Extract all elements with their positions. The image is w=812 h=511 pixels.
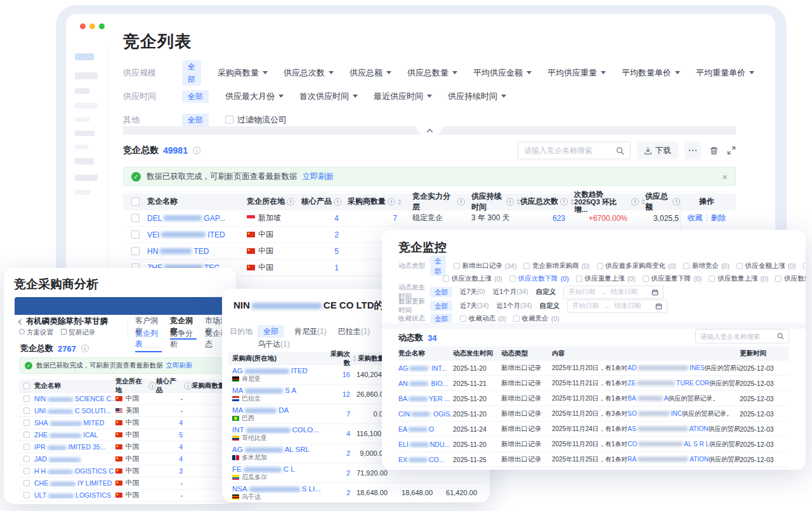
scheme-settings-link[interactable]: 方案设置 bbox=[19, 328, 53, 337]
sidebar-item[interactable] bbox=[75, 190, 91, 195]
monitor-type-checkbox-selected[interactable]: 供应次数下降(0) bbox=[509, 274, 569, 283]
row-checkbox[interactable] bbox=[23, 432, 30, 438]
destination-option[interactable]: 乌干达(1) bbox=[258, 339, 290, 350]
refresh-link[interactable]: 立即刷新 bbox=[303, 171, 334, 182]
time-option-1m[interactable]: 近1个月(34) bbox=[497, 302, 532, 310]
core-product-count[interactable]: 1 bbox=[301, 263, 348, 272]
filter-all-chip[interactable]: 全部 bbox=[258, 325, 284, 338]
company-name-link[interactable]: JAD bbox=[34, 455, 115, 463]
row-checkbox[interactable] bbox=[23, 492, 30, 498]
buyer-name-link[interactable]: MAS A bbox=[232, 386, 330, 395]
destination-option[interactable]: 巴拉圭(1) bbox=[338, 326, 370, 337]
company-name-link[interactable]: AG INT... bbox=[398, 364, 453, 372]
time-option-custom[interactable]: 自定义 bbox=[540, 302, 560, 310]
core-product-count[interactable]: 5 bbox=[301, 247, 348, 256]
monitor-type-checkbox[interactable]: 供应重量上涨(0) bbox=[576, 274, 636, 283]
minimize-window-icon[interactable] bbox=[89, 23, 95, 29]
monitor-type-checkbox[interactable]: 竞企新增采购商(0) bbox=[523, 262, 589, 270]
filter-dropdown[interactable]: 平均数量单价 bbox=[622, 67, 680, 79]
company-name-link[interactable]: NINSCIENCE C... bbox=[34, 395, 115, 402]
date-range-input[interactable]: 开始日期 → 结束日期 bbox=[567, 300, 667, 313]
filter-all-chip[interactable]: 全部 bbox=[430, 287, 452, 297]
search-box[interactable] bbox=[695, 329, 789, 343]
buyer-name-link[interactable]: AGITED bbox=[232, 366, 330, 375]
monitor-type-checkbox[interactable]: 供应数量上涨(0) bbox=[709, 274, 768, 283]
close-window-icon[interactable] bbox=[80, 23, 86, 29]
date-range-input[interactable]: 开始日期 → 结束日期 bbox=[563, 286, 664, 299]
sidebar-item[interactable] bbox=[75, 72, 98, 79]
time-option-7d[interactable]: 近7天(0) bbox=[460, 288, 485, 296]
core-product-count[interactable]: 4 bbox=[301, 214, 348, 223]
filter-logistics-checkbox[interactable]: 过滤物流公司 bbox=[225, 114, 287, 126]
company-name-link[interactable]: DELGAP... bbox=[147, 214, 247, 223]
core-product-count[interactable]: 2 bbox=[301, 230, 348, 239]
close-icon[interactable] bbox=[722, 171, 728, 182]
row-checkbox[interactable] bbox=[23, 480, 30, 486]
company-name-link[interactable]: EAO bbox=[398, 425, 453, 433]
sidebar-item[interactable] bbox=[75, 158, 94, 164]
row-checkbox[interactable] bbox=[23, 420, 30, 426]
monitor-type-checkbox[interactable]: 供应次数上涨(0) bbox=[443, 274, 502, 283]
sidebar-item-active[interactable] bbox=[75, 53, 94, 60]
search-input[interactable] bbox=[700, 333, 777, 340]
company-name-link[interactable]: BAYER ... bbox=[398, 395, 453, 402]
trade-records-link[interactable]: 贸易记录 bbox=[61, 328, 95, 337]
row-checkbox[interactable] bbox=[23, 395, 30, 402]
row-checkbox[interactable] bbox=[23, 444, 30, 450]
buyer-name-link[interactable]: AGAL SRL bbox=[232, 445, 330, 454]
sidebar-item[interactable] bbox=[75, 103, 98, 109]
destination-option[interactable]: 肯尼亚(1) bbox=[294, 326, 327, 337]
company-name-link[interactable]: IPRIMITED 35... bbox=[34, 443, 115, 451]
subtab-competitor-list[interactable]: 竞企列表 bbox=[135, 328, 162, 352]
company-name-link[interactable]: HNTED bbox=[147, 247, 247, 256]
monitor-type-checkbox[interactable]: 新增出口记录(34) bbox=[454, 262, 517, 270]
row-checkbox[interactable] bbox=[23, 408, 30, 414]
collapse-toggle[interactable] bbox=[411, 126, 448, 135]
subtab-competition-analysis[interactable]: 竞争分析 bbox=[170, 328, 197, 352]
sidebar-item[interactable] bbox=[75, 117, 89, 122]
filter-dropdown[interactable]: 供应总次数 bbox=[284, 67, 334, 79]
company-name-link[interactable]: CIN OGIS... bbox=[398, 410, 453, 418]
filter-dropdown[interactable]: 最近供应时间 bbox=[374, 91, 432, 102]
filter-dropdown[interactable]: 平均供应重量 bbox=[547, 67, 606, 79]
delete-button[interactable] bbox=[709, 146, 719, 156]
time-option-custom[interactable]: 自定义 bbox=[536, 288, 556, 296]
row-checkbox[interactable] bbox=[23, 456, 30, 462]
favorite-competitor-checkbox[interactable]: 收藏竞企(0) bbox=[513, 314, 560, 323]
filter-dropdown[interactable]: 供应总数量 bbox=[407, 67, 457, 79]
monitor-type-checkbox[interactable]: 供应金额上涨(0) bbox=[737, 262, 796, 270]
company-name-link[interactable]: ELINDU... bbox=[398, 441, 453, 448]
filter-dropdown[interactable]: 采购商数量 bbox=[218, 67, 268, 79]
filter-all-chip[interactable]: 全部 bbox=[182, 90, 209, 103]
row-checkbox[interactable] bbox=[23, 468, 30, 474]
filter-dropdown[interactable]: 供应最大月份 bbox=[225, 91, 284, 102]
purchase-times[interactable]: 16 bbox=[330, 371, 357, 378]
search-box[interactable] bbox=[518, 142, 631, 159]
filter-dropdown[interactable]: 首次供应时间 bbox=[299, 91, 358, 102]
company-name-link[interactable]: CHEIY LIMITED bbox=[34, 479, 115, 487]
row-checkbox[interactable] bbox=[131, 247, 140, 255]
buyer-count[interactable]: 7 bbox=[348, 214, 406, 223]
monitor-type-checkbox[interactable]: 供应数量下降(0) bbox=[775, 274, 806, 283]
filter-dropdown[interactable]: 供应持续时间 bbox=[448, 91, 506, 102]
select-all-checkbox[interactable] bbox=[23, 383, 30, 389]
company-name-link[interactable]: EXCO... bbox=[398, 456, 453, 463]
maximize-window-icon[interactable] bbox=[99, 23, 105, 29]
refresh-link[interactable]: 立即刷新 bbox=[166, 361, 193, 370]
time-option-1m[interactable]: 近1个月(34) bbox=[493, 288, 528, 296]
delete-row-button[interactable]: 删除 bbox=[711, 213, 726, 223]
company-name-link[interactable]: ZHEICAL bbox=[34, 431, 115, 439]
time-option-7d[interactable]: 近7天(34) bbox=[460, 302, 489, 310]
filter-dropdown[interactable]: 平均供应金额 bbox=[473, 67, 532, 79]
buyer-name-link[interactable]: MADA bbox=[232, 406, 330, 415]
filter-all-chip[interactable]: 全部 bbox=[182, 114, 209, 126]
download-button[interactable]: 下载 bbox=[637, 142, 678, 159]
filter-all-chip[interactable]: 全部 bbox=[430, 314, 452, 324]
company-name-link[interactable]: AN BIO... bbox=[398, 380, 453, 387]
company-name-link[interactable]: H HOGISTICS C... bbox=[34, 467, 115, 475]
filter-all-chip[interactable]: 全部 bbox=[182, 60, 201, 86]
sidebar-item[interactable] bbox=[75, 175, 98, 181]
select-all-checkbox[interactable] bbox=[131, 197, 140, 206]
filter-dropdown[interactable]: 平均重量单价 bbox=[696, 67, 754, 79]
buyer-name-link[interactable]: FEC L bbox=[232, 465, 330, 474]
